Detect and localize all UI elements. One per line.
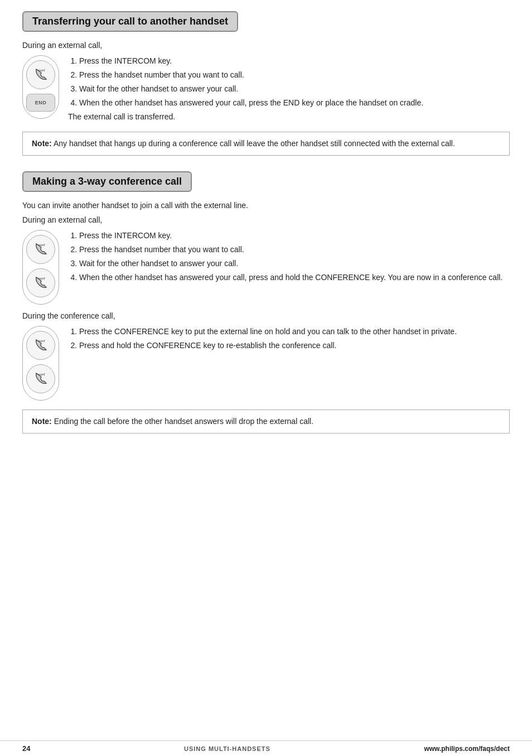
transfer-steps-list: Press the INTERCOM key. Press the handse… <box>68 55 510 123</box>
intercom-icon-4: conf <box>26 331 55 360</box>
transfer-step-2: Press the handset number that you want t… <box>79 69 510 81</box>
transfer-note-box: Note: Any handset that hangs up during a… <box>22 132 510 156</box>
footer-left: 24 <box>22 744 30 753</box>
transfer-instructions: conf END Press the INTERCOM key. Press t… <box>22 55 510 123</box>
section-conference: Making a 3-way conference call You can i… <box>22 171 510 434</box>
section-transfer-intro: During an external call, <box>22 41 510 50</box>
section-conference-header: Making a 3-way conference call <box>22 171 192 192</box>
handset-icon-group-conf1: conf conf <box>22 230 59 305</box>
handset-icon-group-conf2: conf conf <box>22 326 59 401</box>
intercom-icon-3: conf <box>26 268 55 297</box>
footer-center: USING MULTI-HANDSETS <box>184 744 270 753</box>
section-conference-intro2: During an external call, <box>22 215 510 224</box>
intercom-icon-5: conf <box>26 364 55 393</box>
section-conference-intro1: You can invite another handset to join a… <box>22 201 510 210</box>
svg-text:conf: conf <box>38 277 45 280</box>
section-transfer: Transferring your call to another handse… <box>22 11 510 156</box>
transfer-note-text: Any handset that hangs up during a confe… <box>54 139 455 148</box>
svg-text:conf: conf <box>38 69 45 72</box>
intercom-icon-1: conf <box>26 60 55 89</box>
page-footer: 24 USING MULTI-HANDSETS www.philips.com/… <box>0 740 532 756</box>
conference-steps-1: Press the INTERCOM key. Press the handse… <box>68 230 510 283</box>
transfer-note-label: Note: <box>32 139 52 148</box>
svg-text:conf: conf <box>38 339 45 343</box>
conference-instructions-1: conf conf Press the INTERCOM key. Press … <box>22 230 510 305</box>
intercom-icon-2: conf <box>26 235 55 264</box>
transfer-steps: Press the INTERCOM key. Press the handse… <box>68 55 510 109</box>
conf2-step-1: Press the CONFERENCE key to put the exte… <box>79 326 510 338</box>
conference-note-label: Note: <box>32 417 52 426</box>
footer-url: www.philips.com/faqs/dect <box>424 745 510 753</box>
conference-instructions-2: conf conf Press the CONFERENCE key to pu… <box>22 326 510 401</box>
section-conference-title: Making a 3-way conference call <box>32 176 182 187</box>
footer-section-title: USING MULTI-HANDSETS <box>184 745 270 752</box>
conference-note-text: Ending the call before the other handset… <box>54 417 313 426</box>
conference-note-box: Note: Ending the call before the other h… <box>22 410 510 434</box>
conf-step-4: When the other handset has answered your… <box>79 272 510 283</box>
svg-text:conf: conf <box>38 373 45 376</box>
conf-step-1: Press the INTERCOM key. <box>79 230 510 242</box>
conference-steps-2: Press the CONFERENCE key to put the exte… <box>68 326 510 351</box>
transfer-extra: The external call is transferred. <box>68 111 510 123</box>
transfer-step-4: When the other handset has answered your… <box>79 97 510 109</box>
conf-step-2: Press the handset number that you want t… <box>79 244 510 256</box>
handset-icon-group-transfer: conf END <box>22 55 59 119</box>
footer-page-number: 24 <box>22 744 30 753</box>
end-key-icon-1: END <box>26 94 55 112</box>
section-transfer-header: Transferring your call to another handse… <box>22 11 238 32</box>
conference-steps-list-2: Press the CONFERENCE key to put the exte… <box>68 326 510 354</box>
conf-step-3: Wait for the other handset to answer you… <box>79 258 510 269</box>
transfer-step-3: Wait for the other handset to answer you… <box>79 83 510 95</box>
svg-text:conf: conf <box>38 243 45 247</box>
section-conference-intro3: During the conference call, <box>22 311 510 320</box>
conference-steps-list-1: Press the INTERCOM key. Press the handse… <box>68 230 510 286</box>
section-transfer-title: Transferring your call to another handse… <box>32 16 228 27</box>
footer-right: www.philips.com/faqs/dect <box>424 745 510 753</box>
transfer-step-1: Press the INTERCOM key. <box>79 55 510 67</box>
conf2-step-2: Press and hold the CONFERENCE key to re-… <box>79 340 510 351</box>
